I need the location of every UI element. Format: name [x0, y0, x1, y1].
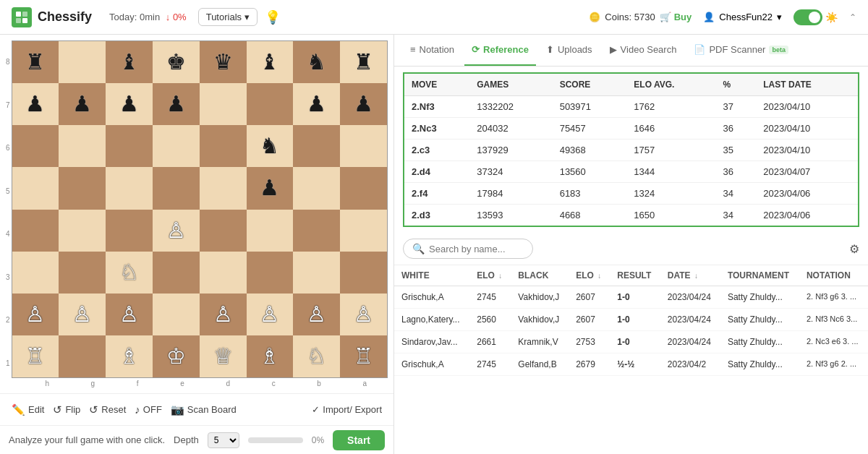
- square-g1[interactable]: [59, 335, 106, 377]
- square-b2[interactable]: ♙: [293, 294, 340, 335]
- search-input-wrap[interactable]: 🔍: [403, 239, 533, 259]
- square-d7[interactable]: [200, 83, 247, 125]
- square-e6[interactable]: [153, 125, 200, 167]
- square-a3[interactable]: [340, 252, 387, 294]
- square-f2[interactable]: ♙: [106, 294, 153, 335]
- ref-table-row[interactable]: 2.d4 37324 13560 1344 36 2023/04/07: [404, 161, 859, 183]
- square-e7[interactable]: ♟: [153, 83, 200, 125]
- ref-table-row[interactable]: 2.c3 137929 49368 1757 35 2023/04/10: [404, 140, 859, 161]
- flip-button[interactable]: ↺ Flip: [53, 403, 80, 416]
- square-g7[interactable]: ♟: [59, 83, 106, 125]
- square-d1[interactable]: ♕: [200, 335, 247, 377]
- square-e2[interactable]: [153, 294, 200, 335]
- square-e1[interactable]: ♔: [153, 335, 200, 377]
- square-g8[interactable]: [59, 41, 106, 83]
- square-g4[interactable]: [59, 210, 106, 252]
- square-g5[interactable]: [59, 167, 106, 209]
- square-b6[interactable]: [293, 125, 340, 167]
- square-f1[interactable]: ♗: [106, 335, 153, 377]
- user-menu[interactable]: 👤 ChessFun22 ▾: [703, 12, 782, 22]
- games-table-row[interactable]: Grischuk,A 2745 Gelfand,B 2679 ½-½ 2023/…: [394, 354, 868, 376]
- square-c3[interactable]: [247, 252, 294, 294]
- start-button[interactable]: Start: [333, 430, 385, 450]
- square-c2[interactable]: ♙: [247, 294, 294, 335]
- filter-icon[interactable]: ⚙: [849, 242, 859, 256]
- collapse-icon[interactable]: ⌃: [849, 12, 856, 22]
- square-c6[interactable]: ♞: [247, 125, 294, 167]
- square-f5[interactable]: [106, 167, 153, 209]
- square-h2[interactable]: ♙: [12, 294, 59, 335]
- square-h6[interactable]: [12, 125, 59, 167]
- square-f4[interactable]: [106, 210, 153, 252]
- square-b5[interactable]: [293, 167, 340, 209]
- square-c7[interactable]: [247, 83, 294, 125]
- square-d2[interactable]: ♙: [200, 294, 247, 335]
- square-h5[interactable]: [12, 167, 59, 209]
- square-b4[interactable]: [293, 210, 340, 252]
- square-f7[interactable]: ♟: [106, 83, 153, 125]
- square-b1[interactable]: ♘: [293, 335, 340, 377]
- import-export-button[interactable]: ✓ Import/ Export: [312, 404, 382, 415]
- square-c4[interactable]: [247, 210, 294, 252]
- square-b3[interactable]: [293, 252, 340, 294]
- tab-video-search[interactable]: ▶ Video Search: [603, 35, 684, 66]
- square-a7[interactable]: ♟: [340, 83, 387, 125]
- theme-toggle[interactable]: [793, 9, 822, 25]
- square-c8[interactable]: ♝: [247, 41, 294, 83]
- sound-button[interactable]: ♪ OFF: [135, 403, 162, 416]
- square-f8[interactable]: ♝: [106, 41, 153, 83]
- square-h4[interactable]: [12, 210, 59, 252]
- square-c1[interactable]: ♗: [247, 335, 294, 377]
- chess-board[interactable]: ♜♝♚♛♝♞♜♟♟♟♟♟♟♞♟♙♘♙♙♙♙♙♙♙♖♗♔♕♗♘♖: [12, 40, 388, 378]
- square-a4[interactable]: [340, 210, 387, 252]
- ref-table-row[interactable]: 2.Nf3 1332202 503971 1762 37 2023/04/10: [404, 96, 859, 118]
- scan-board-button[interactable]: 📷 Scan Board: [171, 403, 237, 416]
- square-g2[interactable]: ♙: [59, 294, 106, 335]
- square-d5[interactable]: [200, 167, 247, 209]
- square-a1[interactable]: ♖: [340, 335, 387, 377]
- ref-table-row[interactable]: 2.d3 13593 4668 1650 34 2023/04/06: [404, 205, 859, 227]
- ref-elo-avg: 1757: [626, 140, 715, 161]
- logo-text: Chessify: [38, 9, 92, 25]
- square-a6[interactable]: [340, 125, 387, 167]
- square-d6[interactable]: [200, 125, 247, 167]
- square-a8[interactable]: ♜: [340, 41, 387, 83]
- square-g6[interactable]: [59, 125, 106, 167]
- square-e8[interactable]: ♚: [153, 41, 200, 83]
- reset-button[interactable]: ↺ Reset: [89, 403, 126, 416]
- square-f6[interactable]: [106, 125, 153, 167]
- square-d3[interactable]: [200, 252, 247, 294]
- games-table-body: Grischuk,A 2745 Vakhidov,J 2607 1-0 2023…: [394, 286, 868, 376]
- square-g3[interactable]: [59, 252, 106, 294]
- square-e4[interactable]: ♙: [153, 210, 200, 252]
- square-b8[interactable]: ♞: [293, 41, 340, 83]
- square-e5[interactable]: [153, 167, 200, 209]
- games-table-row[interactable]: Lagno,Katery... 2560 Vakhidov,J 2607 1-0…: [394, 309, 868, 331]
- tab-reference[interactable]: ⟳ Reference: [464, 35, 536, 66]
- square-a2[interactable]: ♙: [340, 294, 387, 335]
- ref-table-row[interactable]: 2.f4 17984 6183 1324 34 2023/04/06: [404, 183, 859, 205]
- square-c5[interactable]: ♟: [247, 167, 294, 209]
- square-b7[interactable]: ♟: [293, 83, 340, 125]
- square-f3[interactable]: ♘: [106, 252, 153, 294]
- games-table-row[interactable]: Sindarov,Jav... 2661 Kramnik,V 2753 1-0 …: [394, 331, 868, 354]
- square-h7[interactable]: ♟: [12, 83, 59, 125]
- tab-uploads[interactable]: ⬆ Uploads: [539, 35, 600, 66]
- square-e3[interactable]: [153, 252, 200, 294]
- square-d4[interactable]: [200, 210, 247, 252]
- square-h8[interactable]: ♜: [12, 41, 59, 83]
- depth-select[interactable]: 5101520: [208, 432, 239, 448]
- square-h3[interactable]: [12, 252, 59, 294]
- square-h1[interactable]: ♖: [12, 335, 59, 377]
- tab-notation[interactable]: ≡ Notation: [403, 35, 461, 66]
- search-input[interactable]: [429, 244, 524, 254]
- logo-icon: [12, 7, 32, 27]
- games-table-row[interactable]: Grischuk,A 2745 Vakhidov,J 2607 1-0 2023…: [394, 286, 868, 309]
- tutorials-button[interactable]: Tutorials ▾: [198, 8, 258, 26]
- tab-pdf-scanner[interactable]: 📄 PDF Scanner beta: [686, 35, 796, 66]
- square-a5[interactable]: [340, 167, 387, 209]
- ref-table-row[interactable]: 2.Nc3 204032 75457 1646 36 2023/04/10: [404, 118, 859, 140]
- square-d8[interactable]: ♛: [200, 41, 247, 83]
- edit-button[interactable]: ✏️ Edit: [12, 403, 44, 416]
- buy-button[interactable]: 🛒 Buy: [660, 12, 692, 22]
